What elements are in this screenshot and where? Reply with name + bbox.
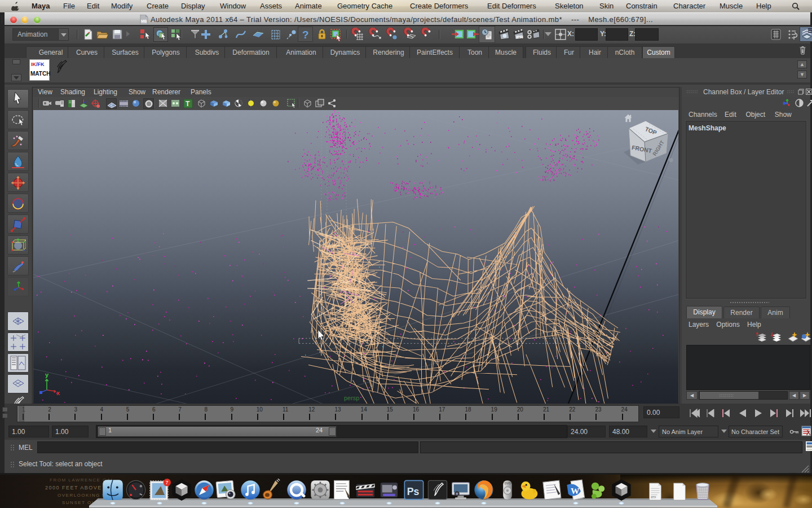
svg-text:7: 7: [166, 480, 169, 485]
svg-text:T: T: [186, 100, 190, 108]
svg-text:persp: persp: [344, 395, 359, 401]
svg-text:DVD: DVD: [504, 481, 511, 485]
svg-text:IPR: IPR: [516, 34, 523, 40]
svg-text:MB: MB: [141, 19, 147, 23]
svg-text:x: x: [56, 389, 60, 396]
svg-text:?: ?: [302, 29, 309, 41]
svg-text:Ps: Ps: [407, 486, 420, 497]
svg-text:RTF: RTF: [651, 496, 656, 499]
svg-text:y: y: [45, 371, 49, 378]
svg-text:W: W: [571, 486, 580, 496]
